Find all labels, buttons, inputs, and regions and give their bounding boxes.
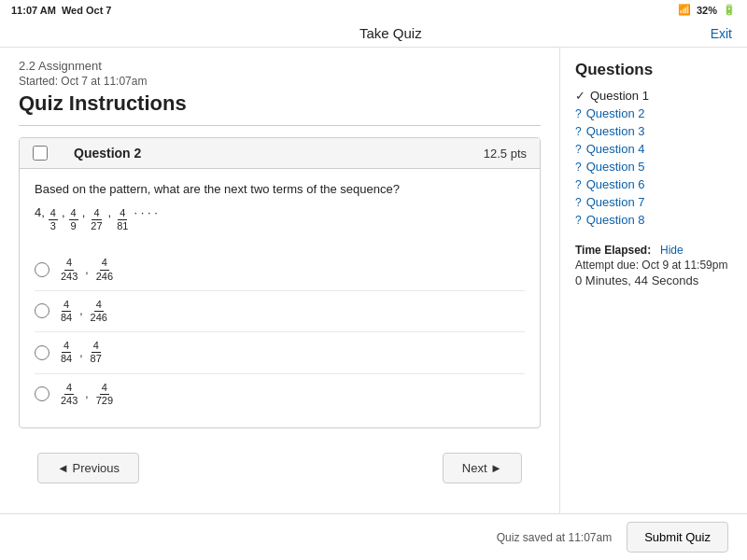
seq-frac-2: 4 9 [69,207,78,232]
question-icon-6: ? [575,178,582,191]
question-card: Question 2 12.5 pts Based on the pattern… [19,137,541,428]
option-label-1: 4 243 , 4 246 [59,257,115,282]
battery-icon: 🔋 [723,4,736,16]
answer-option-4: 4 243 , 4 729 [35,373,525,414]
left-content: 2.2 Assignment Started: Oct 7 at 11:07am… [0,48,560,531]
attempt-due: Attempt due: Oct 9 at 11:59pm [575,259,732,272]
answer-options: 4 243 , 4 246 [35,249,525,414]
question-icon-8: ? [575,214,582,227]
check-icon: ✓ [575,89,585,103]
battery-display: 32% [697,5,717,16]
sidebar-q1-label: Question 1 [590,89,649,103]
sidebar-question-7[interactable]: ? Question 7 [575,195,732,209]
seq-start: 4, [35,205,45,219]
radio-option-4[interactable] [35,386,49,401]
sidebar-question-5[interactable]: ? Question 5 [575,160,732,174]
time-section: Time Elapsed: Hide Attempt due: Oct 9 at… [575,242,732,287]
page-title: Quiz Instructions [19,91,541,116]
opt1-frac2: 4 246 [94,257,115,282]
answer-option-2: 4 84 , 4 246 [35,290,525,331]
seq-ellipsis: · · · · [134,205,157,219]
opt2-frac2: 4 246 [89,299,109,324]
question-icon-3: ? [575,125,582,138]
sidebar-question-4[interactable]: ? Question 4 [575,142,732,156]
option-label-4: 4 243 , 4 729 [59,382,115,407]
radio-option-1[interactable] [35,262,49,277]
sidebar-q2-label: Question 2 [586,106,645,120]
sidebar-q5-label: Question 5 [586,160,645,174]
opt1-frac1: 4 243 [59,257,79,282]
top-nav: Take Quiz Exit [0,20,747,48]
opt3-frac2: 4 87 [89,340,104,365]
radio-option-2[interactable] [35,303,49,318]
question-text: Based on the pattern, what are the next … [35,182,525,196]
footer: Quiz saved at 11:07am Submit Quiz [0,513,747,560]
started-text: Started: Oct 7 at 11:07am [19,75,541,88]
wifi-icon: 📶 [678,4,691,16]
time-elapsed-label: Time Elapsed: [575,244,651,257]
seq-frac-3: 4 27 [89,207,104,232]
opt3-frac1: 4 84 [59,340,74,365]
sidebar-title: Questions [575,61,732,79]
nav-buttons: ◄ Previous Next ► [19,443,541,493]
seq-frac-1: 4 3 [49,207,58,232]
question-icon-4: ? [575,143,582,156]
question-icon-7: ? [575,196,582,209]
opt4-frac1: 4 243 [59,382,79,407]
time-display: 11:07 AM [11,5,56,16]
sidebar-question-3[interactable]: ? Question 3 [575,124,732,138]
nav-title: Take Quiz [71,25,711,41]
right-sidebar: Questions ✓ Question 1 ? Question 2 ? Qu… [560,48,747,531]
answer-option-1: 4 243 , 4 246 [35,249,525,289]
sidebar-question-6[interactable]: ? Question 6 [575,177,732,191]
question-icon-5: ? [575,161,582,174]
question-list: ✓ Question 1 ? Question 2 ? Question 3 ?… [575,89,732,227]
opt4-frac2: 4 729 [94,382,115,407]
option-label-3: 4 84 , 4 87 [59,340,104,365]
sidebar-q7-label: Question 7 [586,195,645,209]
sidebar-q8-label: Question 8 [586,213,645,227]
question-icon-2: ? [575,107,582,120]
exit-button[interactable]: Exit [711,26,732,41]
sidebar-question-1[interactable]: ✓ Question 1 [575,89,732,103]
day-display: Wed Oct 7 [62,5,112,16]
saved-text: Quiz saved at 11:07am [497,531,612,544]
opt2-frac1: 4 84 [59,299,74,324]
sidebar-question-2[interactable]: ? Question 2 [575,106,732,120]
question-flag-checkbox[interactable] [33,146,48,161]
main-layout: 2.2 Assignment Started: Oct 7 at 11:07am… [0,48,747,531]
radio-option-3[interactable] [35,345,49,360]
option-label-2: 4 84 , 4 246 [59,299,109,324]
next-button[interactable]: Next ► [443,453,522,483]
time-elapsed-value: 0 Minutes, 44 Seconds [575,273,732,287]
submit-quiz-button[interactable]: Submit Quiz [627,522,728,553]
sidebar-q3-label: Question 3 [586,124,645,138]
divider [19,125,541,126]
assignment-title: 2.2 Assignment [19,59,541,73]
sidebar-q6-label: Question 6 [586,177,645,191]
status-bar: 11:07 AM Wed Oct 7 📶 32% 🔋 [0,0,747,20]
question-points: 12.5 pts [484,147,527,161]
answer-option-3: 4 84 , 4 87 [35,331,525,372]
previous-button[interactable]: ◄ Previous [37,453,139,483]
sequence-display: 4, 4 3 , 4 9 , 4 27 , 4 81 [35,205,525,232]
sidebar-question-8[interactable]: ? Question 8 [575,213,732,227]
seq-frac-4: 4 81 [115,207,130,232]
hide-timer-link[interactable]: Hide [660,244,684,257]
question-body: Based on the pattern, what are the next … [20,169,540,427]
question-number: Question 2 [74,146,141,161]
sidebar-q4-label: Question 4 [586,142,645,156]
